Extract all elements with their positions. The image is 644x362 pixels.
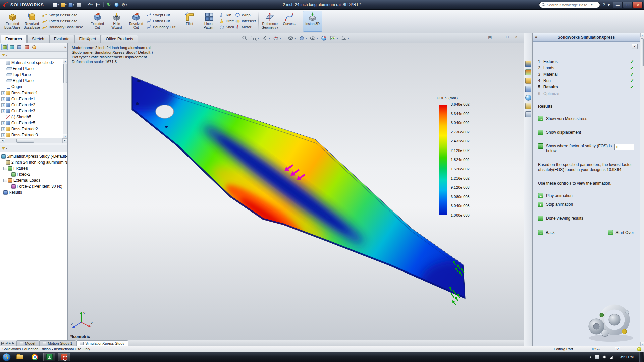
revolved-boss-button[interactable]: Revolved Boss/Base [22,11,42,32]
tree-item-external-loads[interactable]: External Loads [0,177,67,183]
search-input[interactable] [547,3,590,7]
tree-item-force-2[interactable]: Force-2 (:Per item: 30 N:) [0,183,67,189]
doc-restore-icon[interactable]: □ [505,35,510,39]
revolved-cut-button[interactable]: Revolved Cut [126,11,146,32]
filter-funnel-icon[interactable] [2,54,5,56]
volume-icon[interactable] [602,355,607,359]
tree-item-front-plane[interactable]: Front Plane [0,66,67,72]
step-results[interactable]: 5Results [538,84,634,90]
collapse-icon[interactable] [3,179,7,182]
shell-button[interactable]: Shell [219,25,234,30]
tree-item-results[interactable]: Results [0,189,67,195]
previous-tab-icon[interactable] [5,342,7,345]
doc-minimize-icon[interactable]: — [496,35,501,39]
tree-item-top-plane[interactable]: Top Plane [0,72,67,78]
swept-cut-button[interactable]: Swept Cut [147,12,175,17]
task-pane-scrollbar[interactable]: ▲ ▼ [640,33,644,346]
tree-scrollbar[interactable]: ▲ ▼ [63,59,67,138]
panel-close-icon[interactable]: ✕ [632,44,638,49]
expand-icon[interactable] [1,109,5,113]
expand-icon[interactable] [1,97,5,101]
configuration-manager-tab-icon[interactable] [16,44,22,50]
curves-button[interactable]: Curves [280,11,299,32]
scroll-left-icon[interactable]: ◀ [0,138,5,143]
expand-icon[interactable] [1,91,5,95]
step-material[interactable]: 3Material [538,71,634,77]
tree-item-boss-extrude1[interactable]: Boss-Extrude1 [0,90,67,96]
taskbar-clock[interactable]: 3:21 PM [617,355,636,359]
view-orientation-icon[interactable] [287,34,297,42]
scroll-thumb[interactable] [63,64,67,83]
dimxpert-manager-tab-icon[interactable] [23,44,30,50]
tree-item-boss-extrude2[interactable]: Boss-Extrude2 [0,126,67,132]
tab-motion-study-1[interactable]: Motion Study 1 [39,340,76,346]
fos-threshold-input[interactable] [614,144,634,150]
filter-funnel-icon[interactable] [2,147,5,150]
tree-item-cut-extrude2[interactable]: Cut-Extrude2 [0,102,67,108]
search-box[interactable]: ▾ [539,2,600,8]
rebuild-icon[interactable]: ↻ [106,1,112,8]
hole-wizard-button[interactable]: Hole Wizard [107,11,126,32]
units-selector[interactable]: IPS [592,347,600,351]
scroll-down-icon[interactable]: ▼ [63,134,67,138]
last-tab-icon[interactable] [12,342,15,345]
tree-item-origin[interactable]: Origin [0,84,67,90]
minimize-button[interactable]: — [613,2,623,8]
help-icon[interactable]: ? [603,3,605,7]
extruded-cut-button[interactable]: Extruded Cut [88,11,107,32]
tree-item-sketch5[interactable]: (-) Sketch5 [0,114,67,120]
scroll-thumb[interactable] [641,38,644,66]
start-button[interactable] [2,353,11,362]
show-desktop-button[interactable] [639,352,643,362]
view-palette-icon[interactable] [525,86,531,92]
search-caret-icon[interactable]: ▾ [591,3,592,6]
options-gear-icon[interactable]: ⚙▾ [121,1,128,8]
tree-item-cut-extrude3[interactable]: Cut-Extrude3 [0,108,67,114]
tree-item-fixtures[interactable]: Fixtures [0,165,67,171]
doc-window-icon[interactable]: ▤ [487,35,493,39]
scroll-thumb[interactable] [16,139,34,143]
step-loads[interactable]: 2Loads [538,65,634,71]
wrap-button[interactable]: Wrap [235,12,256,17]
scroll-up-icon[interactable]: ▲ [640,33,644,37]
network-icon[interactable] [610,355,614,359]
extruded-boss-button[interactable]: Extruded Boss/Base [3,11,22,32]
first-tab-icon[interactable] [1,342,4,345]
draft-button[interactable]: Draft [219,19,234,24]
instant3d-button[interactable]: Instant3D [303,11,322,32]
graphics-viewport[interactable]: Model name: 2 inch 24 inch long aluminum… [68,43,524,340]
display-manager-tab-icon[interactable] [31,44,37,50]
expand-icon[interactable] [1,121,5,125]
tab-evaluate[interactable]: Evaluate [49,35,74,43]
edit-appearance-icon[interactable] [320,34,328,42]
view-settings-icon[interactable] [340,34,350,42]
tab-sketch[interactable]: Sketch [27,35,49,43]
status-help-icon[interactable] [615,347,620,351]
taskbar-chrome-icon[interactable] [29,353,41,361]
collapse-panel-icon[interactable]: « [535,34,537,39]
show-von-mises-button[interactable]: Show von Mises stress [538,116,634,121]
document-recovery-icon[interactable] [525,111,531,117]
linear-pattern-button[interactable]: Linear Pattern [199,11,219,32]
custom-properties-icon[interactable] [525,103,531,109]
rib-button[interactable]: Rib [219,12,234,17]
expand-icon[interactable] [1,133,5,137]
reference-geometry-button[interactable]: Reference Geometry [260,11,280,32]
undo-icon[interactable]: ↶▾ [87,1,94,8]
fillet-button[interactable]: Fillet [180,11,199,32]
property-manager-tab-icon[interactable] [9,44,15,50]
rail-model[interactable] [115,75,487,308]
previous-view-icon[interactable] [261,34,271,42]
filter-caret-icon[interactable]: ▾ [6,147,7,150]
close-button[interactable]: × [633,2,643,8]
taskbar-excel-icon[interactable] [43,353,55,361]
pin-caret-icon[interactable]: ▾ [608,3,610,7]
design-library-icon[interactable] [525,69,531,75]
file-explorer-icon[interactable] [525,78,531,84]
swept-boss-button[interactable]: Swept Boss/Base [42,12,83,17]
home-icon[interactable] [525,61,531,67]
tab-simulationxpress-study[interactable]: SimulationXpress Study [76,340,128,346]
lofted-cut-button[interactable]: Lofted Cut [147,19,175,24]
start-over-button[interactable]: Start Over [608,230,634,235]
stop-animation-button[interactable]: Stop animation [538,202,634,207]
